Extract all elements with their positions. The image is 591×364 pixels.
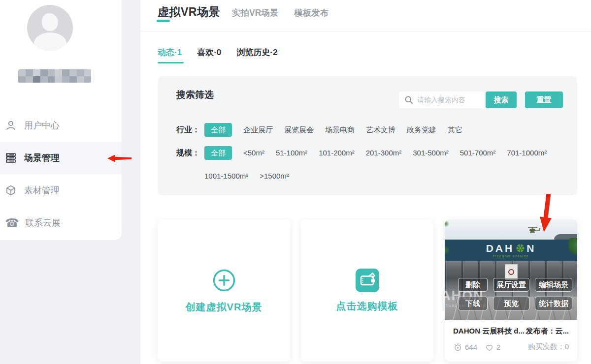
subtab-likes[interactable]: 喜欢·0 bbox=[197, 47, 221, 58]
avatar-person-icon bbox=[34, 32, 66, 51]
plant-decoration bbox=[445, 245, 449, 256]
annotation-arrow-down-icon bbox=[537, 194, 556, 233]
search-icon bbox=[404, 95, 413, 104]
phone-icon: ☎ bbox=[5, 217, 18, 229]
search-filter-panel: 搜索筛选 搜索 重置 行业： 全部 企业展厅 展览展会 场景电商 艺术文博 政务… bbox=[158, 76, 577, 195]
scale-option[interactable]: 701-1000m² bbox=[507, 146, 547, 160]
dahon-logo: DAH N bbox=[486, 243, 536, 253]
scene-title: DAHON 云展科技 d... bbox=[453, 327, 525, 336]
industry-label: 行业： bbox=[176, 123, 204, 137]
active-tab-underline bbox=[157, 20, 170, 22]
user-icon bbox=[5, 120, 17, 131]
scene-card-footer: DAHON 云展科技 d... 发布者：云... 644 2 购买次数：0 bbox=[445, 320, 577, 352]
scene-management-icon bbox=[5, 152, 17, 164]
scene-banner: DAH N freedom unfolds bbox=[445, 240, 577, 261]
buy-template-card[interactable]: 点击选购模板 bbox=[301, 219, 433, 362]
sidebar-item-material-management[interactable]: 素材管理 bbox=[0, 174, 122, 207]
sidebar-item-label: 用户中心 bbox=[24, 120, 60, 131]
sidebar-item-user-center[interactable]: 用户中心 bbox=[0, 109, 122, 142]
create-scene-card[interactable]: 创建虚拟VR场景 bbox=[158, 219, 290, 362]
offline-button[interactable]: 下线 bbox=[458, 297, 488, 310]
cube-icon bbox=[5, 184, 17, 196]
scene-thumbnail[interactable]: DAH N freedom unfolds bbox=[445, 219, 577, 320]
industry-option[interactable]: 其它 bbox=[448, 123, 462, 137]
sidebar-item-contact[interactable]: ☎ 联系云展 bbox=[0, 207, 122, 239]
views-eye-icon bbox=[453, 342, 462, 352]
secondary-tabs: 动态·1 喜欢·0 浏览历史·2 bbox=[158, 47, 277, 58]
filter-title: 搜索筛选 bbox=[176, 89, 214, 101]
annotation-arrow-left-icon bbox=[107, 154, 132, 163]
scene-card: DAH N freedom unfolds bbox=[445, 219, 577, 362]
scale-option[interactable]: 501-700m² bbox=[460, 146, 496, 160]
scale-option[interactable]: 1001-1500m² bbox=[204, 169, 248, 183]
search-button[interactable]: 搜索 bbox=[486, 91, 517, 108]
buy-template-label: 点击选购模板 bbox=[336, 300, 398, 313]
scale-option[interactable]: 51-100m² bbox=[276, 146, 307, 160]
views-count: 644 bbox=[465, 343, 477, 351]
main-content: 虚拟VR场景 实拍VR场景 模板发布 动态·1 喜欢·0 浏览历史·2 搜索筛选… bbox=[140, 0, 591, 364]
industry-option-all[interactable]: 全部 bbox=[204, 123, 232, 137]
filter-row-industry: 行业： 全部 企业展厅 展览展会 场景电商 艺术文博 政务党建 其它 bbox=[176, 123, 549, 137]
plus-circle-icon bbox=[211, 268, 237, 293]
sidebar-item-label: 联系云展 bbox=[25, 217, 61, 229]
sidebar-item-label: 素材管理 bbox=[24, 184, 60, 196]
scale-option[interactable]: 201-300m² bbox=[366, 146, 402, 160]
create-scene-label: 创建虚拟VR场景 bbox=[186, 301, 263, 314]
preview-button[interactable]: 预览 bbox=[493, 297, 529, 310]
industry-option[interactable]: 企业展厅 bbox=[243, 123, 273, 137]
sidebar-item-label: 场景管理 bbox=[24, 152, 60, 164]
plant-decoration bbox=[568, 238, 577, 255]
censored-username bbox=[18, 69, 91, 83]
scale-option[interactable]: >1500m² bbox=[260, 169, 289, 183]
scale-option[interactable]: <50m² bbox=[243, 146, 264, 160]
tab-template-publish[interactable]: 模板发布 bbox=[294, 7, 328, 19]
search-box: 搜索 重置 bbox=[399, 91, 563, 108]
tab-real-vr-scene[interactable]: 实拍VR场景 bbox=[232, 7, 278, 19]
scale-label: 规模： bbox=[176, 146, 204, 160]
industry-option[interactable]: 场景电商 bbox=[325, 123, 355, 137]
plant-decoration bbox=[445, 220, 449, 227]
delete-button[interactable]: 删除 bbox=[458, 278, 488, 292]
scale-option[interactable]: 101-200m² bbox=[319, 146, 355, 160]
likes-heart-icon bbox=[485, 343, 494, 352]
edit-scene-button[interactable]: 编辑场景 bbox=[535, 278, 572, 292]
avatar-person-icon bbox=[42, 13, 58, 31]
avatar[interactable] bbox=[27, 5, 73, 51]
active-subtab-underline bbox=[158, 62, 184, 63]
dahon-logo-o-icon bbox=[516, 244, 525, 252]
industry-option[interactable]: 艺术文博 bbox=[366, 123, 395, 137]
sidebar-menu: 用户中心 场景管理 素材管理 ☎ 联系云展 bbox=[0, 109, 122, 239]
dahon-tagline: freedom unfolds bbox=[493, 254, 529, 258]
scale-option-all[interactable]: 全部 bbox=[204, 146, 232, 160]
purchase-count: 购买次数：0 bbox=[528, 342, 569, 352]
likes-count: 2 bbox=[496, 343, 500, 351]
subtab-dynamics[interactable]: 动态·1 bbox=[158, 47, 182, 58]
tab-virtual-vr-scene[interactable]: 虚拟VR场景 bbox=[158, 4, 220, 20]
primary-tabs: 虚拟VR场景 实拍VR场景 模板发布 bbox=[158, 4, 328, 20]
header-divider bbox=[140, 31, 591, 31]
sidebar-item-scene-management[interactable]: 场景管理 bbox=[0, 142, 122, 174]
industry-option[interactable]: 展览展会 bbox=[284, 123, 314, 137]
scene-publisher: 发布者：云... bbox=[525, 327, 569, 336]
industry-option[interactable]: 政务党建 bbox=[407, 123, 436, 137]
wallet-icon bbox=[356, 269, 379, 292]
scale-option[interactable]: 301-500m² bbox=[413, 146, 449, 160]
sidebar: 用户中心 场景管理 素材管理 ☎ 联系云展 bbox=[0, 0, 122, 240]
scene-action-buttons: 删除 展厅设置 编辑场景 下线 预览 统计数据 bbox=[458, 278, 572, 310]
filter-row-scale: 规模： 全部 <50m² 51-100m² 101-200m² 201-300m… bbox=[176, 146, 549, 183]
hall-settings-button[interactable]: 展厅设置 bbox=[493, 278, 529, 292]
statistics-button[interactable]: 统计数据 bbox=[535, 297, 572, 310]
subtab-history[interactable]: 浏览历史·2 bbox=[236, 47, 277, 58]
reset-button[interactable]: 重置 bbox=[525, 91, 563, 108]
